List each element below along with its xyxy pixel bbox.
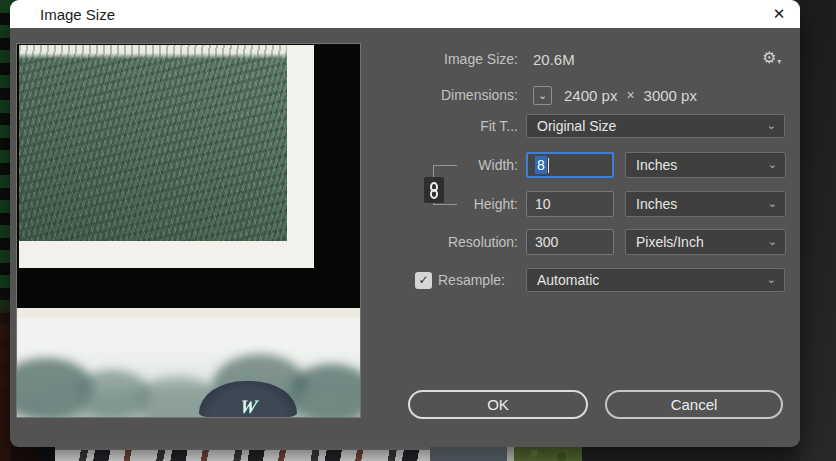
height-unit-dropdown[interactable]: Inches ⌄: [625, 191, 786, 217]
row-dimensions: Dimensions: ⌄ 2400 px × 3000 px: [423, 84, 697, 106]
dimensions-width-value: 2400 px: [564, 87, 617, 104]
cancel-button[interactable]: Cancel: [605, 390, 783, 419]
height-input[interactable]: 10: [526, 191, 614, 217]
screen: Image Size ✕ W Image Size: [0, 0, 836, 461]
dialog-title: Image Size: [40, 6, 115, 23]
text-caret: [548, 158, 549, 173]
row-resolution: Resolution: 300 Pixels/Inch ⌄: [423, 229, 786, 255]
preview-white-column: [287, 45, 314, 268]
backdrop-segment: [430, 447, 507, 461]
chevron-down-icon: ⌄: [768, 235, 777, 248]
check-icon: ✓: [418, 273, 428, 287]
row-image-size: Image Size: 20.6M: [423, 50, 575, 68]
backdrop-team-photo: [55, 447, 430, 461]
backdrop-foliage: [514, 447, 582, 461]
options-menu-button[interactable]: ⚙ ▾: [762, 48, 781, 68]
dimensions-height-value: 3000 px: [644, 87, 697, 104]
dialog-titlebar[interactable]: Image Size ✕: [10, 0, 800, 28]
fit-to-value: Original Size: [537, 118, 616, 134]
resolution-unit-value: Pixels/Inch: [636, 234, 704, 250]
row-height: Height: 10 Inches ⌄: [423, 191, 786, 217]
image-size-dialog: Image Size ✕ W Image Size: [10, 0, 800, 447]
ok-button[interactable]: OK: [408, 390, 588, 419]
dimensions-values: 2400 px × 3000 px: [564, 87, 697, 104]
ok-button-label: OK: [487, 396, 509, 413]
preview-portrait-photo: W: [17, 318, 360, 417]
chevron-down-icon: ⌄: [538, 89, 547, 102]
resample-dropdown[interactable]: Automatic ⌄: [526, 268, 785, 292]
cap-logo: W: [238, 397, 258, 417]
dimensions-times: ×: [626, 87, 634, 103]
gear-icon: ⚙: [762, 48, 776, 68]
chevron-down-icon: ⌄: [767, 119, 776, 132]
height-unit-value: Inches: [636, 196, 677, 212]
image-preview-canvas[interactable]: W: [16, 43, 361, 418]
resolution-input[interactable]: 300: [526, 229, 614, 255]
dimensions-unit-dropdown[interactable]: ⌄: [533, 86, 552, 105]
preview-cream-band: [19, 241, 314, 268]
preview-grass-photo: [19, 45, 287, 241]
preview-cream-band: [17, 308, 360, 318]
height-label: Height:: [423, 196, 518, 212]
backdrop-segment: [507, 447, 514, 461]
fit-to-label: Fit T...: [423, 118, 518, 134]
backdrop-segment: [10, 447, 40, 461]
resample-checkbox[interactable]: ✓: [415, 272, 432, 289]
chevron-down-icon: ⌄: [768, 158, 777, 171]
resample-label: Resample:: [438, 272, 524, 288]
width-unit-dropdown[interactable]: Inches ⌄: [625, 152, 786, 178]
resolution-value: 300: [535, 234, 558, 250]
image-size-value: 20.6M: [533, 51, 575, 68]
row-resample: ✓ Resample: Automatic ⌄: [415, 268, 785, 292]
canvas-backdrop-right: [800, 0, 836, 461]
width-unit-value: Inches: [636, 157, 677, 173]
chevron-down-icon: ⌄: [768, 197, 777, 210]
backdrop-segment: [40, 447, 55, 461]
gear-caret-icon: ▾: [777, 57, 781, 66]
width-label: Width:: [423, 157, 518, 173]
image-size-label: Image Size:: [423, 51, 518, 67]
row-fit-to: Fit T... Original Size ⌄: [423, 114, 785, 138]
close-icon[interactable]: ✕: [768, 3, 790, 25]
preview-chalk-line: [19, 45, 287, 59]
backdrop-segment: [582, 447, 800, 461]
chevron-down-icon: ⌄: [767, 273, 776, 286]
canvas-backdrop-bottom: [10, 447, 800, 461]
width-input[interactable]: 8: [526, 152, 614, 178]
row-width: Width: 8 Inches ⌄: [423, 152, 786, 178]
resolution-unit-dropdown[interactable]: Pixels/Inch ⌄: [625, 229, 786, 255]
fit-to-dropdown[interactable]: Original Size ⌄: [526, 114, 785, 138]
dimensions-label: Dimensions:: [423, 87, 518, 103]
height-value: 10: [535, 196, 551, 212]
resample-value: Automatic: [537, 272, 599, 288]
cancel-button-label: Cancel: [671, 396, 718, 413]
resolution-label: Resolution:: [423, 234, 518, 250]
width-value: 8: [535, 156, 547, 174]
